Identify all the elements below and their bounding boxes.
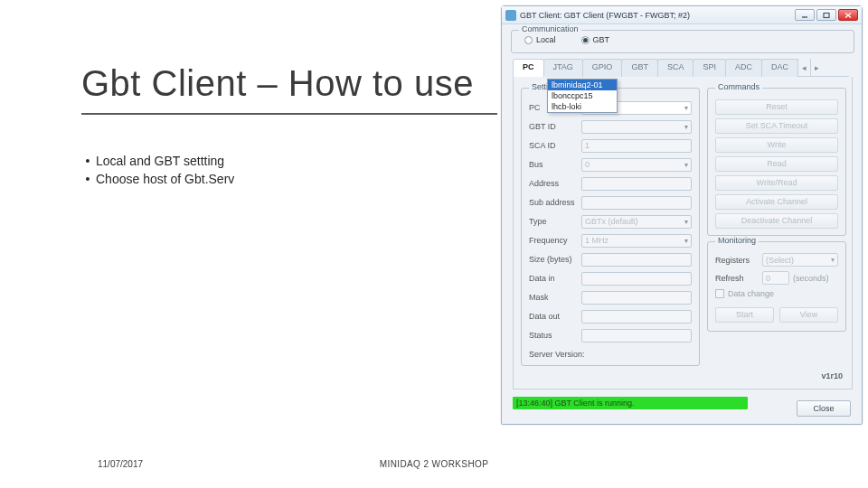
monitoring-group: Monitoring Registers(Select)▾ Refresh0(s…: [707, 241, 846, 332]
tab-content: Settings PC▾ GBT ID▾ SCA ID1 Bus0▾ Addre…: [513, 77, 853, 389]
refresh-field[interactable]: 0: [762, 271, 789, 285]
tab-dac[interactable]: DAC: [761, 59, 798, 77]
tab-scroll-left-icon[interactable]: ◂: [797, 59, 810, 76]
field-label: GBT ID: [529, 122, 581, 131]
registers-select[interactable]: (Select)▾: [762, 253, 838, 267]
field-value: 1 MHz: [585, 236, 609, 245]
reset-button[interactable]: Reset: [715, 99, 838, 115]
status-bar: [13:46:40] GBT Client is running.: [513, 397, 748, 409]
status-field: [581, 329, 692, 343]
set-sca-timeout-button[interactable]: Set SCA Timeout: [715, 118, 838, 134]
field-label: Server Version:: [529, 350, 599, 359]
field-label: Bus: [529, 160, 581, 169]
field-label: Status: [529, 331, 581, 340]
close-button[interactable]: Close: [797, 400, 851, 417]
dropdown-option[interactable]: lbonccpc15: [548, 90, 617, 101]
slide-bullets: Local and GBT settting Choose host of Gb…: [80, 154, 234, 190]
group-caption: Monitoring: [715, 236, 759, 245]
radio-local[interactable]: Local: [524, 35, 556, 44]
tab-scroll-right-icon[interactable]: ▸: [810, 59, 823, 76]
radio-gbt[interactable]: GBT: [581, 35, 610, 44]
chevron-down-icon: ▾: [684, 237, 688, 245]
app-icon: [505, 10, 516, 21]
close-window-button[interactable]: [838, 9, 858, 21]
field-label: Refresh: [715, 274, 759, 283]
chevron-down-icon: ▾: [684, 123, 688, 131]
bus-field[interactable]: 0▾: [581, 158, 692, 172]
window-title: GBT Client: GBT Client (FWGBT - FWGBT; #…: [520, 11, 795, 20]
size-field[interactable]: [581, 253, 692, 267]
dataout-field: [581, 310, 692, 324]
chevron-down-icon: ▾: [684, 161, 688, 169]
slide-title: Gbt Client – How to use: [81, 63, 497, 104]
pc-dropdown-popup[interactable]: lbminidaq2-01 lbonccpc15 lhcb-loki: [547, 79, 618, 113]
field-value: 0: [766, 274, 770, 283]
tab-gpio[interactable]: GPIO: [582, 59, 623, 77]
checkbox-label: Data change: [728, 289, 774, 298]
tab-sca[interactable]: SCA: [657, 59, 694, 77]
field-value: (Select): [766, 256, 794, 265]
group-caption: Commands: [715, 82, 762, 91]
field-label: SCA ID: [529, 141, 581, 150]
activate-channel-button[interactable]: Activate Channel: [715, 194, 838, 210]
field-label: Data out: [529, 312, 581, 321]
type-field[interactable]: GBTx (default)▾: [581, 215, 692, 229]
radio-label: GBT: [593, 35, 610, 44]
frequency-field[interactable]: 1 MHz▾: [581, 234, 692, 248]
datain-field[interactable]: [581, 272, 692, 286]
datachange-checkbox[interactable]: [715, 289, 724, 298]
settings-group: Settings PC▾ GBT ID▾ SCA ID1 Bus0▾ Addre…: [521, 88, 700, 366]
subaddress-field[interactable]: [581, 196, 692, 210]
scaid-field[interactable]: 1: [581, 139, 692, 153]
field-label: Address: [529, 179, 581, 188]
field-label: Data in: [529, 274, 581, 283]
tab-adc[interactable]: ADC: [725, 59, 762, 77]
radio-icon: [524, 36, 533, 44]
app-window: GBT Client: GBT Client (FWGBT - FWGBT; #…: [501, 5, 863, 425]
field-label: Size (bytes): [529, 255, 581, 264]
tab-pc[interactable]: PC: [513, 59, 544, 77]
tab-jtag[interactable]: JTAG: [543, 59, 583, 77]
radio-label: Local: [536, 35, 556, 44]
maximize-button[interactable]: [816, 9, 836, 21]
field-value: GBTx (default): [585, 217, 638, 226]
footer-center: MINIDAQ 2 WORKSHOP: [0, 459, 868, 469]
address-field[interactable]: [581, 177, 692, 191]
group-caption: Communication: [519, 24, 581, 33]
bullet-item: Local and GBT settting: [80, 154, 234, 168]
field-value: 1: [585, 141, 590, 150]
chevron-down-icon: ▾: [831, 256, 835, 264]
tab-spi[interactable]: SPI: [693, 59, 726, 77]
chevron-down-icon: ▾: [684, 104, 688, 112]
mask-field[interactable]: [581, 291, 692, 305]
field-value: 0: [585, 160, 590, 169]
gbtid-field[interactable]: ▾: [581, 120, 692, 134]
field-label: Frequency: [529, 236, 581, 245]
tab-bar: PC JTAG GPIO GBT SCA SPI ADC DAC ◂ ▸: [513, 59, 849, 77]
title-underline: [81, 113, 497, 115]
commands-group: Commands Reset Set SCA Timeout Write Rea…: [707, 88, 846, 236]
tab-gbt[interactable]: GBT: [621, 59, 658, 77]
field-label: Sub address: [529, 198, 581, 207]
communication-group: Communication Local GBT: [511, 30, 854, 53]
view-button[interactable]: View: [779, 307, 838, 323]
radio-icon: [581, 36, 590, 44]
chevron-down-icon: ▾: [684, 218, 688, 226]
svg-rect-1: [824, 13, 829, 17]
dropdown-option[interactable]: lhcb-loki: [548, 101, 617, 112]
minimize-button[interactable]: [795, 9, 815, 21]
deactivate-channel-button[interactable]: Deactivate Channel: [715, 213, 838, 229]
bullet-item: Choose host of Gbt.Serv: [80, 172, 234, 186]
field-label: Mask: [529, 293, 581, 302]
read-button[interactable]: Read: [715, 156, 838, 172]
write-button[interactable]: Write: [715, 137, 838, 153]
version-label: v1r10: [821, 371, 843, 380]
titlebar[interactable]: GBT Client: GBT Client (FWGBT - FWGBT; #…: [502, 6, 862, 24]
field-label: Type: [529, 217, 581, 226]
write-read-button[interactable]: Write/Read: [715, 175, 838, 191]
start-button[interactable]: Start: [715, 307, 774, 323]
field-label: Registers: [715, 256, 759, 265]
dropdown-option[interactable]: lbminidaq2-01: [548, 80, 617, 90]
refresh-unit: (seconds): [793, 274, 829, 283]
